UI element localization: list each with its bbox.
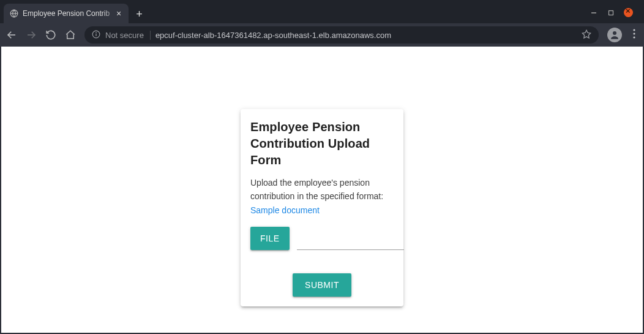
back-button[interactable] bbox=[6, 29, 17, 40]
file-button[interactable]: File bbox=[250, 227, 290, 250]
svg-point-10 bbox=[613, 31, 616, 35]
new-tab-button[interactable]: + bbox=[129, 5, 150, 23]
info-icon[interactable] bbox=[92, 30, 100, 40]
svg-rect-3 bbox=[609, 10, 613, 15]
address-bar[interactable]: Not secure epcuf-cluster-alb-1647361482.… bbox=[84, 26, 599, 44]
minimize-icon[interactable] bbox=[590, 9, 598, 17]
window-controls bbox=[590, 8, 639, 23]
svg-point-11 bbox=[633, 29, 635, 31]
svg-point-13 bbox=[633, 36, 635, 38]
window-close-icon[interactable] bbox=[624, 8, 633, 17]
forward-button[interactable] bbox=[26, 29, 37, 40]
svg-point-8 bbox=[96, 32, 97, 32]
browser-tab[interactable]: Employee Pension Contrib × bbox=[4, 4, 129, 23]
bookmark-icon[interactable] bbox=[582, 29, 591, 41]
subtitle-text: Upload the employee's pension contributi… bbox=[250, 178, 383, 201]
home-button[interactable] bbox=[65, 29, 76, 40]
kebab-menu-icon[interactable] bbox=[631, 29, 638, 41]
globe-icon bbox=[10, 9, 18, 18]
svg-marker-9 bbox=[582, 30, 590, 38]
form-title: Employee Pension Contribution Upload For… bbox=[250, 119, 394, 169]
browser-window: Employee Pension Contrib × + bbox=[0, 0, 644, 334]
submit-button[interactable]: Submit bbox=[293, 273, 351, 297]
maximize-icon[interactable] bbox=[607, 9, 615, 17]
close-icon[interactable]: × bbox=[115, 9, 122, 18]
upload-form-card: Employee Pension Contribution Upload For… bbox=[241, 109, 403, 306]
file-path-input[interactable] bbox=[297, 235, 404, 250]
file-input-row: File bbox=[250, 227, 394, 250]
browser-toolbar: Not secure epcuf-cluster-alb-1647361482.… bbox=[0, 23, 644, 47]
profile-button[interactable] bbox=[607, 28, 622, 42]
url-text: epcuf-cluster-alb-1647361482.ap-southeas… bbox=[155, 31, 577, 40]
tab-strip: Employee Pension Contrib × + bbox=[0, 0, 644, 23]
reload-button[interactable] bbox=[45, 29, 56, 40]
page-content: Employee Pension Contribution Upload For… bbox=[1, 47, 643, 333]
sample-document-link[interactable]: Sample document bbox=[250, 205, 320, 215]
form-subtitle: Upload the employee's pension contributi… bbox=[250, 176, 394, 217]
svg-point-12 bbox=[633, 32, 635, 34]
security-label: Not secure bbox=[105, 31, 151, 40]
tab-title: Employee Pension Contrib bbox=[23, 9, 110, 18]
